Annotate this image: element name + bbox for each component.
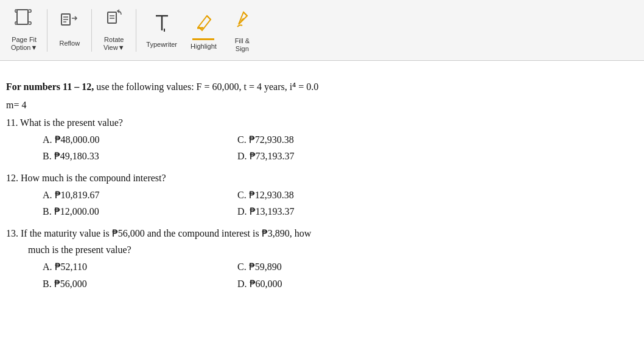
toolbar-label-typewriter: Typewriter — [146, 41, 177, 49]
question-11: 11. What is the present value? A. ₱48,00… — [6, 115, 632, 165]
toolbar-label-highlight: Highlight — [191, 43, 217, 50]
toolbar-item-typewriter[interactable]: Typewriter — [140, 4, 183, 57]
question-13: 13. If the maturity value is ₱56,000 and… — [6, 226, 632, 293]
toolbar-label-rotate: RotateView▼ — [103, 36, 125, 52]
content-area: For numbers 11 – 12, use the following v… — [0, 61, 644, 340]
page-fit-icon — [15, 9, 34, 33]
q12-choice-d: D. ₱13,193.37 — [237, 204, 432, 220]
instruction-normal: use the following values: F = 60,000, t … — [96, 82, 318, 92]
toolbar-item-page-fit[interactable]: Page FitOption▼ — [5, 4, 43, 57]
toolbar-divider-2 — [91, 9, 92, 52]
instruction-line-2: m= 4 — [6, 97, 632, 113]
toolbar-item-highlight[interactable]: Highlight — [184, 4, 223, 57]
toolbar-divider-3 — [136, 9, 136, 52]
content-text: For numbers 11 – 12, use the following v… — [6, 79, 632, 293]
q11-choice-c: C. ₱72,930.38 — [237, 132, 432, 148]
question-13-col-right: C. ₱59,890 D. ₱60,000 — [237, 259, 432, 293]
m-value: m= 4 — [6, 100, 26, 110]
q13-choice-a: A. ₱52,110 — [43, 259, 237, 275]
q13-choice-d: D. ₱60,000 — [237, 276, 432, 292]
toolbar: Page FitOption▼ Reflow Rot — [0, 0, 644, 61]
svg-rect-17 — [108, 12, 116, 23]
toolbar-item-fill-sign[interactable]: Fill &Sign — [224, 4, 261, 57]
q12-choice-c: C. ₱12,930.38 — [237, 187, 432, 203]
question-11-col-left: A. ₱48,000.00 B. ₱49,180.33 — [43, 132, 237, 165]
instruction-line: For numbers 11 – 12, use the following v… — [6, 79, 632, 95]
typewriter-icon — [151, 11, 173, 38]
question-13-text-2: much is the present value? — [28, 242, 632, 258]
q12-choice-b: B. ₱12,000.00 — [43, 204, 237, 220]
q11-choice-b: B. ₱49,180.33 — [43, 148, 237, 164]
question-12-col-left: A. ₱10,819.67 B. ₱12,000.00 — [43, 187, 237, 221]
toolbar-item-rotate[interactable]: RotateView▼ — [96, 4, 132, 57]
question-12-choices: A. ₱10,819.67 B. ₱12,000.00 C. ₱12,930.3… — [43, 187, 632, 221]
q11-choice-a: A. ₱48,000.00 — [43, 132, 237, 148]
question-12: 12. How much is the compound interest? A… — [6, 170, 632, 221]
toolbar-label-reflow: Reflow — [59, 40, 80, 47]
rotate-icon — [104, 9, 124, 33]
svg-rect-0 — [17, 10, 28, 24]
q13-choice-b: B. ₱56,000 — [43, 276, 237, 292]
question-12-text: 12. How much is the compound interest? — [6, 170, 632, 186]
question-11-text: 11. What is the present value? — [6, 115, 632, 131]
toolbar-label-fill-sign: Fill &Sign — [235, 37, 250, 53]
q13-choice-c: C. ₱59,890 — [237, 259, 432, 275]
question-13-choices: A. ₱52,110 B. ₱56,000 C. ₱59,890 D. ₱60,… — [43, 259, 632, 293]
highlight-icon — [192, 10, 214, 40]
fill-sign-icon — [231, 7, 253, 35]
toolbar-label-page-fit: Page FitOption▼ — [11, 36, 37, 52]
q11-choice-d: D. ₱73,193.37 — [237, 148, 432, 164]
question-13-col-left: A. ₱52,110 B. ₱56,000 — [43, 259, 237, 293]
question-11-col-right: C. ₱72,930.38 D. ₱73,193.37 — [237, 132, 432, 165]
toolbar-divider-1 — [47, 9, 47, 52]
question-13-text: 13. If the maturity value is ₱56,000 and… — [6, 226, 632, 241]
instruction-bold: For numbers 11 – 12, — [6, 82, 94, 92]
toolbar-item-reflow[interactable]: Reflow — [51, 4, 88, 57]
reflow-icon — [60, 12, 79, 37]
question-12-col-right: C. ₱12,930.38 D. ₱13,193.37 — [237, 187, 432, 221]
q12-choice-a: A. ₱10,819.67 — [43, 187, 237, 203]
question-11-choices: A. ₱48,000.00 B. ₱49,180.33 C. ₱72,930.3… — [43, 132, 632, 165]
